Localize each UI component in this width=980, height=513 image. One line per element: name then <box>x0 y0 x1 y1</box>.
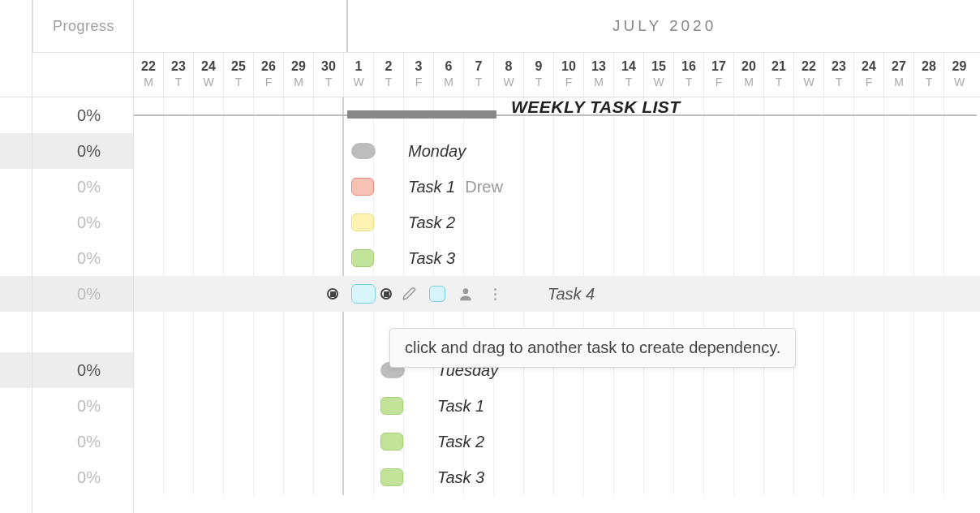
date-number: 15 <box>644 59 673 74</box>
date-column: 27M <box>884 53 914 97</box>
date-column: 22W <box>794 53 824 97</box>
task-label: Task 2 <box>408 213 455 232</box>
date-number: 22 <box>794 59 823 74</box>
task-chip[interactable] <box>351 249 374 267</box>
more-icon[interactable] <box>486 285 504 303</box>
gantt-row-monday[interactable]: Monday <box>134 133 980 169</box>
dependency-handle-left[interactable] <box>327 288 338 300</box>
date-weekday: W <box>644 75 673 88</box>
date-number: 6 <box>434 59 463 74</box>
date-number: 14 <box>614 59 643 74</box>
date-column: 29M <box>284 53 314 97</box>
date-weekday: T <box>464 75 493 88</box>
date-weekday: W <box>194 75 223 88</box>
date-column: 8W <box>494 53 524 97</box>
date-column: 3F <box>404 53 434 97</box>
date-column: 2T <box>374 53 404 97</box>
progress-cell: 0% <box>0 240 133 276</box>
task-label: Task 3 <box>437 468 484 487</box>
date-weekday: T <box>374 75 403 88</box>
date-weekday: T <box>614 75 643 88</box>
date-column: 24W <box>194 53 224 97</box>
date-number: 2 <box>374 59 403 74</box>
date-weekday: W <box>494 75 523 88</box>
date-column: 26F <box>254 53 284 97</box>
task-toolbar <box>400 285 504 303</box>
summary-bar[interactable] <box>347 110 496 119</box>
date-column: 23T <box>164 53 194 97</box>
task-chip[interactable] <box>380 397 403 415</box>
date-weekday: T <box>164 75 193 88</box>
date-number: 29 <box>284 59 313 74</box>
date-number: 24 <box>194 59 223 74</box>
date-weekday: T <box>224 75 253 88</box>
task-label: Task 1 <box>437 397 484 416</box>
task-label: Task 2 <box>437 433 484 451</box>
progress-cell: 0% <box>0 97 133 133</box>
date-number: 30 <box>314 59 343 74</box>
svg-point-0 <box>463 288 469 294</box>
dependency-tooltip: click and drag to another task to create… <box>389 328 796 368</box>
date-column: 28T <box>914 53 944 97</box>
gantt-row-tue-task3[interactable]: Task 3 <box>134 459 980 495</box>
gantt-row-task3[interactable]: Task 3 <box>134 240 980 276</box>
date-column: 23T <box>824 53 854 97</box>
timeline[interactable]: JULY 2020 22M23T24W25T26F29M30T1W2T3F6M7… <box>134 0 980 513</box>
date-number: 24 <box>854 59 883 74</box>
date-weekday: M <box>584 75 613 88</box>
date-number: 1 <box>344 59 373 74</box>
date-weekday: F <box>854 75 883 88</box>
progress-cell <box>0 312 133 352</box>
date-number: 20 <box>734 59 763 74</box>
date-number: 16 <box>674 59 703 74</box>
date-number: 22 <box>134 59 163 74</box>
gantt-row-task1[interactable]: Task 1 Drew <box>134 169 980 205</box>
date-column: 14T <box>614 53 644 97</box>
color-picker-icon[interactable] <box>429 286 445 302</box>
date-column: 10F <box>554 53 584 97</box>
date-weekday: M <box>134 75 163 88</box>
edit-icon[interactable] <box>400 285 418 303</box>
date-weekday: T <box>674 75 703 88</box>
task-label: Task 1 <box>408 178 455 196</box>
date-weekday: M <box>284 75 313 88</box>
date-column: 20M <box>734 53 764 97</box>
date-column: 6M <box>434 53 464 97</box>
date-number: 23 <box>164 59 193 74</box>
progress-sidebar: Progress 0%0%0%0%0%0%0%0%0%0% <box>0 0 134 513</box>
day-label: Monday <box>408 142 466 161</box>
month-label: JULY 2020 <box>612 17 716 35</box>
date-weekday: T <box>764 75 793 88</box>
date-number: 25 <box>224 59 253 74</box>
gantt-header-row: WEEKLY TASK LIST <box>134 97 980 133</box>
progress-cell: 0% <box>0 424 133 459</box>
date-weekday: M <box>434 75 463 88</box>
date-column: 24F <box>854 53 884 97</box>
date-weekday: T <box>914 75 943 88</box>
task-chip[interactable] <box>351 213 374 231</box>
date-number: 27 <box>884 59 913 74</box>
gantt-row-tue-task1[interactable]: Task 1 <box>134 388 980 424</box>
date-column: 9T <box>524 53 554 97</box>
gantt-row-task4-selected[interactable]: Task 4 <box>134 276 980 312</box>
date-column: 1W <box>344 53 374 97</box>
task-assignee: Drew <box>465 178 503 196</box>
task-chip[interactable] <box>351 178 374 196</box>
gantt-row-task2[interactable]: Task 2 <box>134 205 980 240</box>
day-marker-icon[interactable] <box>351 143 376 159</box>
task-chip-selected[interactable] <box>351 284 376 304</box>
date-column: 21T <box>764 53 794 97</box>
dependency-handle-right[interactable] <box>380 288 392 300</box>
progress-cell: 0% <box>0 276 133 312</box>
date-column: 7T <box>464 53 494 97</box>
task-chip[interactable] <box>380 468 403 486</box>
date-weekday: M <box>734 75 763 88</box>
gantt-row-tue-task2[interactable]: Task 2 <box>134 424 980 459</box>
user-icon[interactable] <box>457 285 475 303</box>
date-column: 30T <box>314 53 344 97</box>
task-chip[interactable] <box>380 433 403 450</box>
date-column: 25T <box>224 53 254 97</box>
progress-cell: 0% <box>0 205 133 240</box>
date-number: 7 <box>464 59 493 74</box>
date-number: 26 <box>254 59 283 74</box>
